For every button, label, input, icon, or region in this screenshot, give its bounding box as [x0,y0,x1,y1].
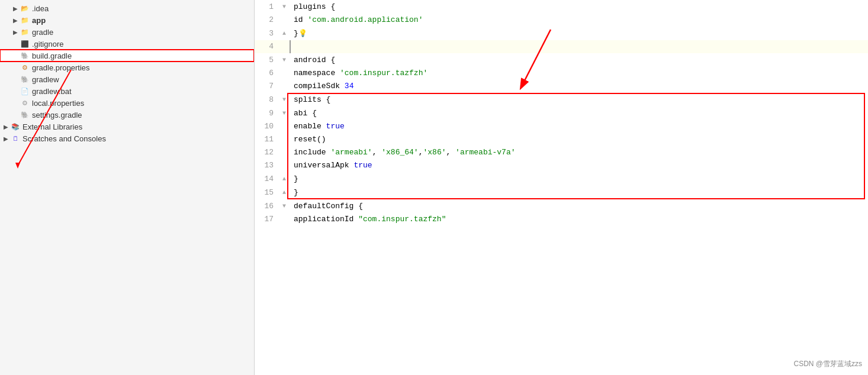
sidebar-item-external-libraries[interactable]: ▶ 📚 External Libraries [0,121,254,132]
expand-icon-gradlew [12,76,19,83]
expand-icon-settings-gradle [12,112,19,118]
svg-marker-1 [15,163,20,169]
code-line-4: 4 [255,40,868,53]
gutter-17 [278,213,290,226]
gutter-fold-5[interactable]: ▼ [278,53,290,67]
code-line-5: 5 ▼ android { [255,53,868,67]
gutter-fold-15[interactable]: ▲ [278,186,290,199]
code-line-7: 7 compileSdk 34 [255,80,868,93]
sidebar-item-idea[interactable]: ▶ 📂 .idea [0,2,254,14]
gutter-7 [278,80,290,93]
code-content-12: include 'armeabi', 'x86_64','x86', 'arme… [290,146,868,159]
gutter-fold-9[interactable]: ▼ [278,106,290,120]
gutter-10 [278,120,290,133]
expand-icon-idea: ▶ [12,5,19,12]
expand-icon-scratches: ▶ [2,135,9,142]
line-number: 15 [255,186,278,199]
expand-icon-gradle: ▶ [12,29,19,35]
gutter-11 [278,133,290,146]
code-content-1: plugins { [290,0,868,14]
sidebar-item-app[interactable]: ▶ 📁 app [0,14,254,26]
gutter-fold-8[interactable]: ▼ [278,93,290,106]
code-line-14: 14 ▲ } [255,172,868,186]
gutter-fold-1[interactable]: ▼ [278,0,290,14]
watermark: CSDN @雪芽蓝域zzs [793,359,862,369]
line-number: 17 [255,213,278,226]
file-icon-gradle-properties: ⚙ [20,63,30,72]
gutter-fold-3[interactable]: ▲ [278,27,290,40]
gutter-12 [278,146,290,159]
expand-icon-gradle-properties [12,64,19,71]
expand-icon-local-properties [12,100,19,106]
line-number: 16 [255,199,278,213]
line-number: 5 [255,53,278,67]
gutter-fold-16[interactable]: ▼ [278,199,290,213]
line-number: 1 [255,0,278,14]
line-number: 9 [255,106,278,120]
sidebar-label-scratches: Scratches and Consoles [22,134,106,143]
folder-icon-idea: 📂 [20,4,30,13]
code-content-2: id 'com.android.application' [290,14,868,27]
code-content-8: splits { [290,93,868,106]
code-line-16: 16 ▼ defaultConfig { [255,199,868,213]
code-content-14: } [290,172,868,186]
sidebar-item-gradlew[interactable]: 🐘 gradlew [0,73,254,85]
code-content-17: applicationId "com.inspur.tazfzh" [290,213,868,226]
expand-icon-gradlew-bat [12,88,19,95]
line-number: 3 [255,27,278,40]
line-number: 6 [255,67,278,80]
sidebar-item-gradle-properties[interactable]: ⚙ gradle.properties [0,62,254,73]
code-line-11: 11 reset() [255,133,868,146]
line-number: 7 [255,80,278,93]
sidebar-item-scratches[interactable]: ▶ 🗒 Scratches and Consoles [0,132,254,144]
expand-icon-external: ▶ [2,124,9,130]
code-content-7: compileSdk 34 [290,80,868,93]
file-icon-build-gradle: 🐘 [20,51,30,60]
file-icon-scratches: 🗒 [11,134,20,143]
code-editor: 1 ▼ plugins { 2 id 'com.androi [255,0,868,375]
code-line-8: 8 ▼ splits { [255,93,868,106]
folder-icon-app: 📁 [20,15,30,25]
sidebar-item-local-properties[interactable]: ⚙ local.properties [0,97,254,109]
code-line-10: 10 enable true [255,120,868,133]
sidebar-label-app: app [32,16,46,25]
code-line-13: 13 universalApk true [255,159,868,172]
sidebar-label-gradlew-bat: gradlew.bat [32,87,72,96]
sidebar-label-settings-gradle: settings.gradle [32,111,82,119]
file-icon-gitignore: ⬛ [20,39,30,49]
code-line-15: 15 ▲ } [255,186,868,199]
expand-icon-gitignore [12,41,19,47]
sidebar-label-build-gradle: build.gradle [32,51,72,60]
sidebar-label-gradle: gradle [32,28,53,37]
gutter-4 [278,40,290,53]
expand-icon-build-gradle [12,53,19,59]
sidebar-label-gradle-properties: gradle.properties [32,63,90,72]
sidebar-label-idea: .idea [32,4,49,13]
code-content-5: android { [290,53,868,67]
code-line-2: 2 id 'com.android.application' [255,14,868,27]
file-icon-external: 📚 [11,122,20,131]
folder-icon-gradle: 📁 [20,27,30,37]
sidebar-label-gradlew: gradlew [32,75,59,84]
code-content-16: defaultConfig { [290,199,868,213]
sidebar-item-gitignore[interactable]: ⬛ .gitignore [0,38,254,50]
gutter-13 [278,159,290,172]
gutter-6 [278,67,290,80]
code-line-17: 17 applicationId "com.inspur.tazfzh" [255,213,868,226]
code-content-15: } [290,186,868,199]
code-line-12: 12 include 'armeabi', 'x86_64','x86', 'a… [255,146,868,159]
sidebar-item-gradle[interactable]: ▶ 📁 gradle [0,26,254,38]
sidebar-item-settings-gradle[interactable]: 🐘 settings.gradle [0,109,254,121]
code-content-13: universalApk true [290,159,868,172]
sidebar-label-external: External Libraries [22,122,82,131]
gutter-fold-14[interactable]: ▲ [278,172,290,186]
code-line-6: 6 namespace 'com.inspur.tazfzh' [255,67,868,80]
code-content-10: enable true [290,120,868,133]
line-number: 12 [255,146,278,159]
code-content-9: abi { [290,106,868,120]
line-number: 11 [255,133,278,146]
sidebar-item-gradlew-bat[interactable]: 📄 gradlew.bat [0,85,254,97]
code-content-11: reset() [290,133,868,146]
file-icon-local-properties: ⚙ [20,98,30,108]
sidebar-item-build-gradle[interactable]: 🐘 build.gradle [0,50,254,62]
